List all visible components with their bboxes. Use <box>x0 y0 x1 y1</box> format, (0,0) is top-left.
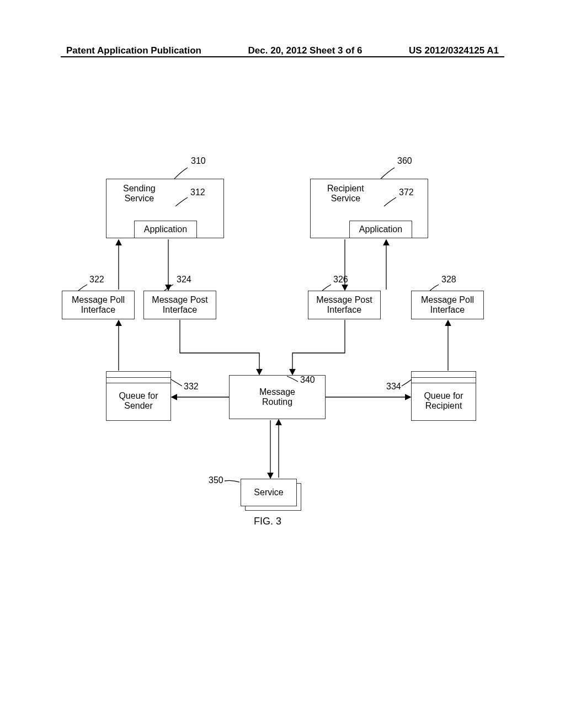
queue-recipient-box: Queue for Recipient <box>411 371 476 421</box>
sending-application: Application <box>134 221 197 238</box>
ref-328: 328 <box>441 275 456 285</box>
queue-sender-box: Queue for Sender <box>106 371 171 421</box>
recipient-title2: Service <box>327 194 364 204</box>
if-326-box: Message Post Interface <box>308 291 381 319</box>
header-center: Dec. 20, 2012 Sheet 3 of 6 <box>248 45 363 56</box>
header-rule <box>61 56 504 57</box>
recipient-application: Application <box>349 221 412 238</box>
header: Patent Application Publication Dec. 20, … <box>0 45 565 56</box>
if-322-box: Message Poll Interface <box>62 291 135 319</box>
ref-310: 310 <box>191 156 206 166</box>
ref-350: 350 <box>209 475 223 485</box>
if-328-box: Message Poll Interface <box>411 291 484 319</box>
ref-340: 340 <box>300 375 315 385</box>
ref-334: 334 <box>386 382 401 392</box>
ref-360: 360 <box>397 156 412 166</box>
header-left: Patent Application Publication <box>66 45 201 56</box>
figure-label: FIG. 3 <box>254 516 281 527</box>
if-324-box: Message Post Interface <box>143 291 216 319</box>
service-box-front: Service <box>241 479 297 506</box>
ref-326: 326 <box>333 275 348 285</box>
sending-title1: Sending <box>123 184 156 194</box>
ref-372: 372 <box>399 188 414 197</box>
header-right: US 2012/0324125 A1 <box>409 45 499 56</box>
connector-arrows <box>0 0 565 728</box>
ref-332: 332 <box>184 382 199 392</box>
sending-service-box: Sending Service Application <box>106 179 224 238</box>
recipient-title1: Recipient <box>327 184 364 194</box>
ref-324: 324 <box>177 275 191 285</box>
sending-title2: Service <box>123 194 156 204</box>
ref-322: 322 <box>89 275 104 285</box>
ref-312: 312 <box>190 188 205 197</box>
